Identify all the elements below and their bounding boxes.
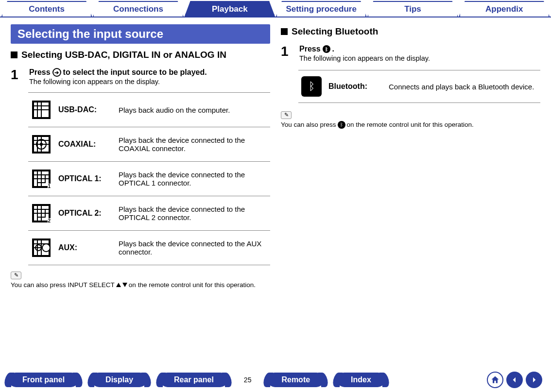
arrow-left-icon [511, 376, 518, 384]
up-triangle-icon [116, 283, 121, 287]
source-row-optical2: OPTICAL 2: Plays back the device connect… [28, 196, 270, 231]
tab-playback[interactable]: Playback [185, 1, 275, 17]
home-button[interactable] [487, 372, 503, 388]
step-title-part-b: . [332, 45, 334, 53]
tab-contents[interactable]: Contents [1, 1, 92, 17]
sub-heading-bluetooth: Selecting Bluetooth [281, 26, 540, 37]
step-title: Press ➔ to select the input source to be… [29, 68, 270, 77]
source-desc: Plays back the device connected to the A… [119, 239, 267, 256]
source-label: OPTICAL 2: [58, 209, 112, 218]
step-title-part-a: Press [299, 45, 321, 53]
step-description: The following icon appears on the displa… [29, 78, 270, 85]
optical1-icon [31, 169, 52, 189]
bottom-nav: Front panel Display Rear panel 25 Remote… [0, 372, 551, 388]
bullet-square-icon [11, 51, 17, 58]
tab-setting-procedure[interactable]: Setting procedure [276, 1, 366, 17]
aux-icon [31, 238, 52, 258]
nav-display[interactable]: Display [92, 373, 147, 387]
next-page-button[interactable] [526, 372, 542, 388]
source-row-aux: AUX: Plays back the device connected to … [28, 231, 270, 265]
prev-page-button[interactable] [506, 372, 523, 388]
right-column: Selecting Bluetooth 1 Press ᛒ. The follo… [281, 24, 540, 289]
tab-appendix[interactable]: Appendix [459, 1, 550, 17]
step-number: 1 [281, 45, 293, 62]
bluetooth-icon: ᛒ [338, 121, 345, 129]
source-desc: Plays back the device connected to the C… [119, 136, 267, 153]
note-block-left: ✎ You can also press INPUT SELECT on the… [11, 270, 270, 289]
nav-front-panel[interactable]: Front panel [9, 373, 78, 387]
section-title-bar: Selecting the input source [11, 24, 270, 44]
note-text-b: on the remote control unit for this oper… [347, 121, 474, 128]
top-nav: Contents Connections Playback Setting pr… [0, 0, 551, 17]
home-icon [490, 375, 500, 385]
source-desc: Plays back the device connected to the O… [119, 205, 267, 222]
source-desc: Plays back the device connected to the O… [119, 170, 267, 187]
tab-tips[interactable]: Tips [367, 1, 458, 17]
step-title-part-b: to select the input source to be played. [63, 68, 207, 77]
source-row-usbdac: USB-DAC: Plays back audio on the compute… [28, 93, 270, 127]
source-label: AUX: [58, 243, 112, 252]
bluetooth-row: ᛒ Bluetooth: Connects and plays back a B… [298, 70, 540, 102]
bluetooth-table: ᛒ Bluetooth: Connects and plays back a B… [298, 70, 540, 103]
note-text: You can also press ᛒ on the remote contr… [281, 121, 540, 129]
arrow-right-icon [530, 376, 538, 384]
source-row-optical1: OPTICAL 1: Plays back the device connect… [28, 162, 270, 196]
source-desc: Connects and plays back a Bluetooth devi… [389, 83, 537, 91]
source-label: Bluetooth: [328, 82, 382, 91]
main-content: Selecting the input source Selecting USB… [0, 17, 551, 289]
source-row-coaxial: COAXIAL: Plays back the device connected… [28, 127, 270, 162]
tab-connections[interactable]: Connections [93, 1, 183, 17]
coaxial-icon [31, 134, 52, 154]
note-text-a: You can also press INPUT SELECT [11, 281, 115, 289]
step-number: 1 [11, 68, 22, 85]
source-label: OPTICAL 1: [58, 174, 112, 183]
step-1-right: 1 Press ᛒ. The following icon appears on… [281, 45, 540, 62]
nav-rear-panel[interactable]: Rear panel [160, 373, 227, 387]
bluetooth-large-icon: ᛒ [301, 76, 322, 97]
nav-icon-group [487, 372, 542, 388]
note-pencil-icon: ✎ [281, 111, 292, 119]
note-block-right: ✎ You can also press ᛒ on the remote con… [281, 110, 540, 129]
sub-heading-usb-digital-analog: Selecting USB-DAC, DIGITAL IN or ANALOG … [11, 50, 270, 60]
step-title-part-a: Press [29, 68, 51, 77]
step-1-left: 1 Press ➔ to select the input source to … [11, 68, 270, 85]
note-text: You can also press INPUT SELECT on the r… [11, 281, 270, 289]
source-desc: Plays back audio on the computer. [119, 106, 267, 114]
input-cycle-icon: ➔ [52, 68, 61, 77]
nav-index[interactable]: Index [337, 373, 385, 387]
source-label: COAXIAL: [58, 140, 112, 149]
sub-heading-text: Selecting Bluetooth [292, 26, 378, 37]
source-table: USB-DAC: Plays back audio on the compute… [28, 92, 270, 265]
left-column: Selecting the input source Selecting USB… [11, 24, 270, 289]
optical2-icon [31, 203, 52, 223]
source-label: USB-DAC: [58, 105, 112, 114]
note-text-a: You can also press [281, 121, 336, 128]
sub-heading-text: Selecting USB-DAC, DIGITAL IN or ANALOG … [21, 50, 226, 60]
bullet-square-icon [281, 28, 288, 35]
note-pencil-icon: ✎ [11, 272, 21, 279]
step-description: The following icon appears on the displa… [299, 54, 540, 62]
page-number: 25 [241, 376, 255, 384]
usbdac-icon [31, 100, 52, 120]
down-triangle-icon [122, 283, 127, 287]
nav-remote[interactable]: Remote [268, 373, 324, 387]
note-text-b: on the remote control unit for this oper… [129, 281, 256, 289]
step-title: Press ᛒ. [299, 45, 540, 53]
bluetooth-icon: ᛒ [323, 45, 330, 53]
